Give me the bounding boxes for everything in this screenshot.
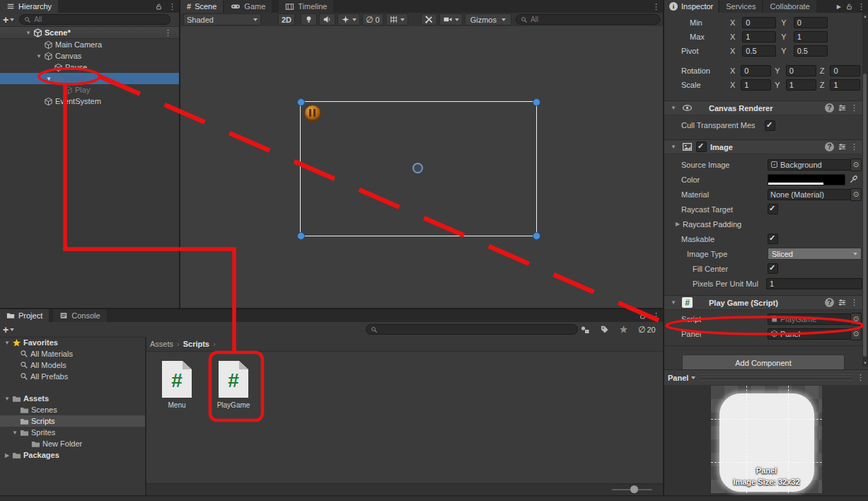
scroll-up-icon[interactable]: ▲: [863, 14, 867, 18]
unlock-icon[interactable]: [845, 3, 853, 11]
canvas-renderer-header[interactable]: ▼ Canvas Renderer ? ⋮: [664, 100, 862, 115]
raycast-target-checkbox[interactable]: [768, 204, 778, 214]
rotation-y-field[interactable]: 0: [786, 65, 816, 76]
eyedropper-icon[interactable]: [849, 175, 858, 184]
image-enabled-checkbox[interactable]: [696, 142, 707, 152]
assets-root[interactable]: ▼ Assets: [0, 393, 145, 404]
rect-handle-topright[interactable]: [533, 98, 540, 106]
tree-item-sprites[interactable]: ▼ Sprites: [0, 427, 145, 438]
audio-toggle-button[interactable]: [319, 13, 335, 25]
hierarchy-item-panel[interactable]: ▼ Panel: [0, 73, 179, 84]
tree-item-scenes[interactable]: Scenes: [0, 404, 145, 415]
inspector-menu-icon[interactable]: ⋮: [857, 2, 865, 11]
image-type-dropdown[interactable]: Sliced: [768, 248, 862, 260]
source-image-field[interactable]: Background: [768, 159, 851, 171]
thumbnail-size-slider[interactable]: [612, 489, 652, 490]
tab-hierarchy[interactable]: Hierarchy: [0, 0, 58, 13]
tab-project[interactable]: Project: [0, 309, 49, 322]
scene-search-input[interactable]: [531, 16, 655, 23]
packages-root[interactable]: ▶ Packages: [0, 449, 145, 461]
favorites-all-materials[interactable]: All Materials: [0, 348, 145, 359]
tool-settings-button[interactable]: [421, 13, 437, 25]
maskable-checkbox[interactable]: [768, 234, 778, 244]
shading-mode-dropdown[interactable]: Shaded: [183, 13, 261, 25]
pixels-per-unit-field[interactable]: 1: [766, 278, 862, 289]
max-x-field[interactable]: 1: [742, 31, 776, 42]
scene-tab-menu-icon[interactable]: ⋮: [652, 2, 660, 11]
help-icon[interactable]: ?: [825, 103, 834, 113]
presets-icon[interactable]: [838, 298, 847, 307]
hierarchy-item-eventsystem[interactable]: EventSystem: [0, 96, 179, 107]
component-menu-icon[interactable]: ⋮: [850, 142, 858, 151]
breadcrumb-scripts[interactable]: Scripts: [183, 340, 209, 348]
effects-dropdown-button[interactable]: [337, 13, 360, 25]
scene-viewport[interactable]: [180, 26, 663, 308]
raycast-padding-row[interactable]: ▶ Raycast Padding: [664, 217, 862, 231]
component-menu-icon[interactable]: ⋮: [850, 103, 858, 113]
max-y-field[interactable]: 1: [794, 31, 828, 42]
preview-menu-icon[interactable]: ⋮: [857, 373, 864, 382]
search-by-label-icon[interactable]: [600, 325, 609, 334]
hidden-objects-button[interactable]: ∅ 0: [362, 13, 383, 25]
scrollbar-thumb[interactable]: [863, 74, 867, 357]
favorites-root[interactable]: ▼ Favorites: [0, 337, 145, 348]
favorites-star-icon[interactable]: [619, 325, 628, 334]
presets-icon[interactable]: [838, 142, 847, 151]
tree-item-scripts[interactable]: Scripts: [0, 415, 145, 427]
slider-handle[interactable]: [630, 485, 638, 493]
project-create-button[interactable]: +: [3, 324, 14, 335]
create-button[interactable]: +: [3, 14, 14, 25]
foldout-down-icon[interactable]: ▼: [669, 299, 678, 306]
gizmos-dropdown[interactable]: Gizmos: [465, 13, 511, 25]
help-icon[interactable]: ?: [825, 298, 834, 307]
camera-settings-dropdown[interactable]: [439, 13, 463, 25]
image-header[interactable]: ▼ Image ? ⋮: [664, 139, 862, 154]
asset-file-playgame[interactable]: PlayGame: [214, 361, 253, 409]
rect-handle-bottomright[interactable]: [533, 232, 540, 240]
help-icon[interactable]: ?: [825, 142, 834, 151]
hierarchy-menu-icon[interactable]: ⋮: [168, 2, 176, 11]
foldout-down-icon[interactable]: ▼: [669, 144, 678, 150]
inspector-scrollbar[interactable]: ▲ ▼: [862, 13, 868, 367]
hierarchy-search[interactable]: [19, 14, 170, 25]
hierarchy-item-canvas[interactable]: ▼ Canvas: [0, 50, 179, 62]
scene-menu-icon[interactable]: ⋮: [164, 28, 172, 38]
tab-overflow-icon[interactable]: ▶: [837, 4, 841, 10]
hierarchy-item-pause[interactable]: Pause: [0, 62, 179, 73]
rect-handle-bottomleft[interactable]: [297, 232, 305, 240]
hierarchy-item-main-camera[interactable]: Main Camera: [0, 39, 179, 50]
tab-console[interactable]: Console: [53, 309, 106, 322]
script-field[interactable]: PlayGame: [768, 313, 851, 325]
panel-reference-field[interactable]: Panel: [768, 328, 851, 340]
min-x-field[interactable]: 0: [742, 17, 776, 28]
foldout-down-icon[interactable]: ▼: [2, 340, 12, 346]
search-by-type-icon[interactable]: [580, 325, 590, 335]
object-picker-icon[interactable]: ⊙: [851, 313, 862, 326]
min-y-field[interactable]: 0: [794, 17, 828, 28]
hierarchy-search-input[interactable]: [34, 16, 166, 23]
project-search[interactable]: [366, 324, 578, 335]
foldout-down-icon[interactable]: ▼: [34, 53, 44, 59]
hidden-packages-button[interactable]: ∅ 20: [638, 325, 656, 335]
pivot-handle[interactable]: [412, 163, 423, 173]
foldout-down-icon[interactable]: ▼: [2, 396, 12, 402]
object-picker-icon[interactable]: ⊙: [851, 188, 862, 201]
grid-visibility-dropdown[interactable]: [386, 13, 408, 25]
tab-inspector[interactable]: i Inspector: [664, 0, 718, 13]
2d-toggle-button[interactable]: 2D: [278, 13, 295, 25]
scale-x-field[interactable]: 1: [741, 79, 771, 91]
breadcrumb-assets[interactable]: Assets: [150, 340, 173, 348]
pivot-y-field[interactable]: 0.5: [794, 45, 828, 57]
project-search-input[interactable]: [381, 326, 573, 333]
tab-game[interactable]: Game: [224, 0, 272, 13]
tree-item-new-folder[interactable]: New Folder: [0, 438, 145, 449]
scale-y-field[interactable]: 1: [786, 79, 816, 91]
preview-selector-dropdown[interactable]: Panel: [668, 374, 695, 382]
component-menu-icon[interactable]: ⋮: [850, 298, 858, 307]
scene-header-row[interactable]: ▼ Scene* ⋮: [0, 27, 179, 39]
object-picker-icon[interactable]: ⊙: [851, 159, 862, 171]
hierarchy-item-play[interactable]: Play: [0, 84, 179, 96]
cull-transparent-checkbox[interactable]: [765, 120, 775, 131]
foldout-down-icon[interactable]: ▼: [23, 30, 33, 36]
scale-z-field[interactable]: 1: [830, 79, 860, 91]
